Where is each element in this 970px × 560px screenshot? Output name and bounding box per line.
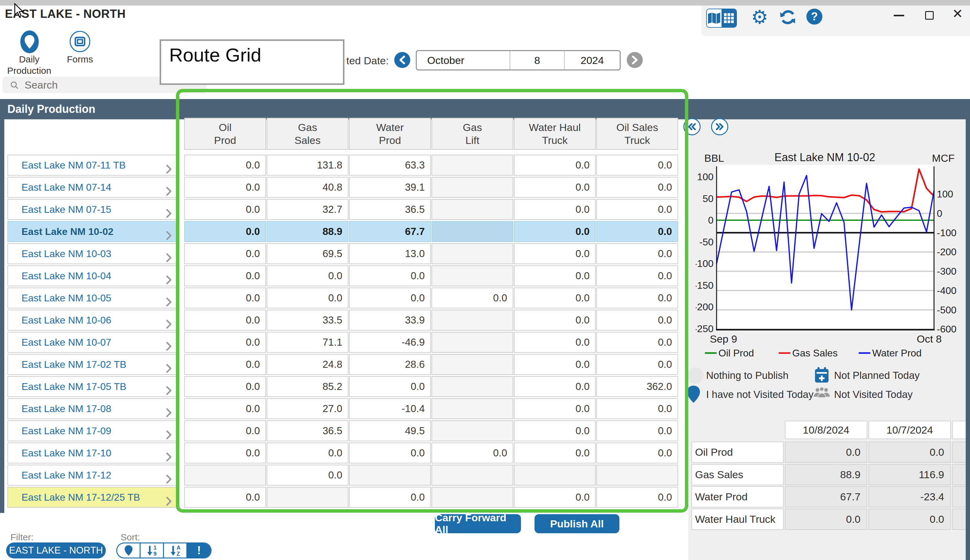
cell-oil-sales-truck[interactable]: 0.0 (596, 398, 678, 419)
cell-gas-lift[interactable] (432, 310, 513, 331)
cell-oil-prod[interactable]: 0.0 (184, 398, 266, 419)
cell-oil-prod[interactable]: 0.0 (184, 420, 266, 441)
cell-water-prod[interactable]: 36.5 (349, 199, 431, 220)
cell-water-prod[interactable]: 0.0 (349, 443, 431, 463)
cell-gas-sales[interactable] (267, 487, 348, 508)
previous-date-button[interactable] (394, 52, 410, 68)
cell-gas-sales[interactable]: 27.0 (267, 398, 348, 419)
cell-oil-sales-truck[interactable]: 0.0 (596, 487, 678, 508)
cell-gas-lift[interactable] (432, 155, 513, 176)
expand-panel-button[interactable] (711, 118, 728, 135)
cell-oil-sales-truck[interactable]: 0.0 (596, 177, 678, 198)
cell-oil-sales-truck[interactable]: 0.0 (596, 332, 678, 353)
well-row-name[interactable]: East Lake NM 17-10 (7, 443, 177, 463)
cell-gas-lift[interactable] (432, 243, 513, 264)
cell-water-haul-truck[interactable]: 0.0 (514, 288, 596, 308)
grid-view-icon[interactable] (722, 9, 736, 27)
cell-water-haul-truck[interactable]: 0.0 (514, 155, 596, 176)
date-year-field[interactable]: 2024 (565, 51, 620, 70)
cell-gas-lift[interactable] (432, 487, 513, 508)
cell-water-prod[interactable]: 67.7 (349, 221, 431, 242)
maximize-button[interactable] (925, 11, 934, 20)
cell-water-haul-truck[interactable]: 0.0 (514, 332, 596, 353)
cell-oil-sales-truck[interactable]: 362.0 (596, 376, 678, 397)
cell-water-haul-truck[interactable]: 0.0 (514, 443, 596, 463)
map-view-icon[interactable] (707, 9, 722, 27)
nav-daily-production[interactable]: Daily Production (12, 30, 46, 79)
cell-oil-sales-truck[interactable]: 0.0 (596, 420, 678, 441)
sort-numeric-button[interactable]: 19 (140, 543, 164, 558)
cell-water-haul-truck[interactable]: 0.0 (514, 265, 596, 286)
cell-oil-sales-truck[interactable]: 0.0 (596, 265, 678, 286)
cell-gas-lift[interactable] (432, 376, 513, 397)
cell-gas-sales[interactable]: 71.1 (267, 332, 348, 353)
cell-oil-prod[interactable]: 0.0 (184, 155, 266, 176)
cell-gas-lift[interactable]: 0.0 (432, 288, 513, 308)
cell-water-haul-truck[interactable]: 0.0 (514, 354, 596, 375)
cell-water-prod[interactable] (349, 465, 431, 486)
cell-oil-sales-truck[interactable]: 0.0 (596, 354, 678, 375)
cell-gas-sales[interactable]: 0.0 (267, 288, 348, 308)
cell-oil-sales-truck[interactable] (596, 465, 678, 486)
next-date-button[interactable] (627, 52, 643, 68)
well-row-name[interactable]: East Lake NM 10-07 (7, 332, 177, 353)
collapse-panel-button[interactable] (683, 118, 701, 135)
cell-gas-sales[interactable]: 33.5 (267, 310, 348, 331)
well-row-name[interactable]: East Lake NM 17-05 TB (7, 376, 177, 397)
well-row-name[interactable]: East Lake NM 10-04 (7, 265, 177, 286)
column-header-gas-sales[interactable]: GasSales (267, 118, 348, 150)
cell-gas-sales[interactable]: 0.0 (267, 465, 348, 486)
cell-oil-sales-truck[interactable]: 0.0 (596, 310, 678, 331)
cell-oil-sales-truck[interactable]: 0.0 (596, 288, 678, 308)
cell-gas-sales[interactable]: 88.9 (267, 221, 348, 242)
cell-oil-prod[interactable]: 0.0 (184, 443, 266, 463)
cell-gas-sales[interactable]: 36.5 (267, 420, 348, 441)
well-row-name[interactable]: East Lake NM 17-09 (7, 420, 177, 441)
minimize-button[interactable] (894, 15, 904, 16)
cell-water-prod[interactable]: 0.0 (349, 288, 431, 308)
well-row-name[interactable]: East Lake NM 10-05 (7, 288, 177, 308)
well-row-name[interactable]: East Lake NM 07-14 (7, 177, 177, 198)
column-header-water-haul-truck[interactable]: Water HaulTruck (514, 118, 596, 150)
cell-gas-sales[interactable]: 85.2 (267, 376, 348, 397)
settings-button[interactable]: ⚙ (749, 7, 770, 28)
column-header-water-prod[interactable]: WaterProd (349, 118, 431, 150)
cell-water-prod[interactable]: -46.9 (349, 332, 431, 353)
column-header-gas-lift[interactable]: GasLift (432, 118, 513, 150)
cell-gas-lift[interactable]: 0.0 (432, 443, 513, 463)
cell-gas-sales[interactable]: 0.0 (267, 443, 348, 463)
cell-oil-prod[interactable]: 0.0 (184, 199, 266, 220)
cell-gas-lift[interactable] (432, 221, 513, 242)
cell-water-haul-truck[interactable]: 0.0 (514, 310, 596, 331)
cell-oil-sales-truck[interactable]: 0.0 (596, 243, 678, 264)
nav-forms[interactable]: Forms (69, 31, 94, 68)
well-row-name[interactable]: East Lake NM 07-11 TB (7, 155, 177, 176)
date-month-field[interactable]: October (417, 51, 510, 70)
cell-water-haul-truck[interactable]: 0.0 (514, 221, 596, 242)
cell-oil-prod[interactable]: 0.0 (184, 288, 266, 308)
cell-water-haul-truck[interactable]: 0.0 (514, 243, 596, 264)
publish-all-button[interactable]: Publish All (535, 514, 619, 533)
cell-gas-sales[interactable]: 40.8 (267, 177, 348, 198)
cell-gas-sales[interactable]: 69.5 (267, 243, 348, 264)
cell-oil-prod[interactable]: 0.0 (184, 376, 266, 397)
cell-oil-prod[interactable]: 0.0 (184, 354, 266, 375)
cell-oil-sales-truck[interactable]: 0.0 (596, 443, 678, 463)
cell-water-prod[interactable]: 0.0 (349, 376, 431, 397)
column-header-oil-prod[interactable]: OilProd (184, 118, 266, 150)
cell-water-prod[interactable]: 28.6 (349, 354, 431, 375)
cell-water-haul-truck[interactable]: 0.0 (514, 398, 596, 419)
sort-alpha-button[interactable]: AZ (164, 543, 187, 558)
close-button[interactable]: ✕ (952, 6, 963, 21)
cell-water-prod[interactable]: 63.3 (349, 155, 431, 176)
cell-gas-lift[interactable] (432, 199, 513, 220)
well-row-name[interactable]: East Lake NM 17-12 (7, 465, 177, 486)
cell-oil-sales-truck[interactable]: 0.0 (596, 155, 678, 176)
cell-oil-prod[interactable]: 0.0 (184, 177, 266, 198)
well-row-name[interactable]: East Lake NM 17-08 (7, 398, 177, 419)
cell-oil-prod[interactable]: 0.0 (184, 487, 266, 508)
help-button[interactable]: ? (807, 8, 822, 25)
sort-priority-button[interactable]: ! (187, 543, 211, 558)
cell-oil-prod[interactable]: 0.0 (184, 221, 266, 242)
well-row-name[interactable]: East Lake NM 07-15 (7, 199, 177, 220)
